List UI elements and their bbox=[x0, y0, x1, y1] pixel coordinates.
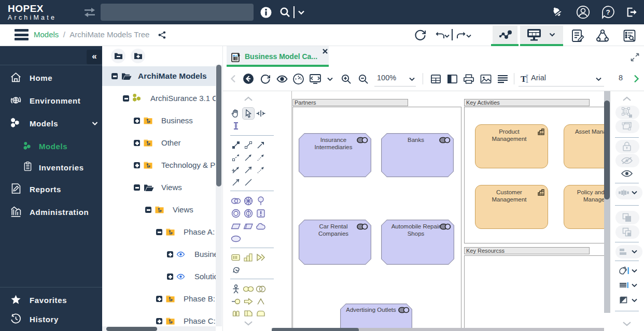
svg-text:?: ? bbox=[606, 8, 610, 16]
svg-text:T: T bbox=[521, 74, 527, 84]
